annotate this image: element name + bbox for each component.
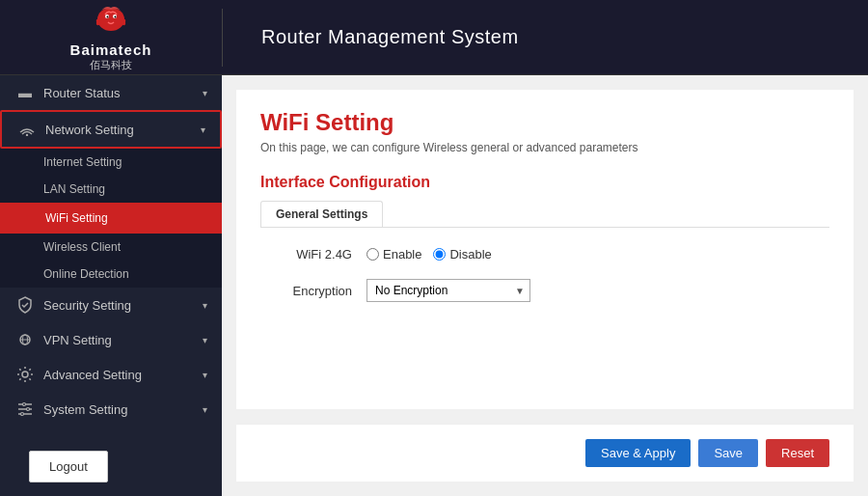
advanced-setting-icon (14, 367, 36, 382)
advanced-setting-label: Advanced Setting (43, 368, 203, 382)
main-layout: ▬ Router Status ▾ Network Setting ▾ Inte… (0, 75, 868, 496)
vpn-setting-arrow: ▾ (203, 335, 207, 345)
system-setting-label: System Setting (43, 402, 203, 417)
disable-label: Disable (449, 247, 491, 262)
save-button[interactable]: Save (698, 439, 758, 467)
security-setting-icon (14, 297, 36, 313)
logo-block: Baimatech 佰马科技 (70, 3, 152, 72)
disable-option[interactable]: Disable (433, 247, 491, 262)
wifi-label: WiFi 2.4G (270, 247, 366, 262)
bottom-buttons: Save & Apply Save Reset (236, 424, 854, 482)
svg-point-3 (107, 15, 109, 17)
sidebar-item-advanced-setting[interactable]: Advanced Setting ▾ (0, 357, 222, 392)
encryption-select-wrapper: No Encryption WPA WPA2 WEP ▼ (366, 279, 530, 302)
sidebar-item-system-setting[interactable]: System Setting ▾ (0, 392, 222, 427)
svg-point-15 (27, 408, 30, 411)
svg-point-5 (26, 134, 28, 136)
internet-setting-item[interactable]: Internet Setting (0, 149, 222, 176)
save-apply-button[interactable]: Save & Apply (585, 439, 691, 467)
logo-area: Baimatech 佰马科技 (0, 0, 222, 82)
reset-button[interactable]: Reset (766, 439, 829, 467)
wifi-form-row: WiFi 2.4G Enable Disable (260, 247, 829, 262)
logout-button[interactable]: Logout (29, 451, 108, 482)
page-desc: On this page, we can configure Wireless … (260, 141, 829, 154)
lan-setting-item[interactable]: LAN Setting (0, 176, 222, 203)
network-setting-icon (16, 122, 38, 137)
network-setting-arrow: ▾ (201, 124, 205, 135)
header-title: Router Management System (223, 26, 519, 48)
disable-radio[interactable] (433, 248, 446, 261)
system-setting-arrow: ▾ (203, 404, 207, 415)
sidebar-item-router-status[interactable]: ▬ Router Status ▾ (0, 75, 222, 110)
router-status-icon: ▬ (14, 85, 36, 100)
svg-point-0 (97, 8, 124, 31)
system-setting-icon (14, 401, 36, 417)
svg-point-4 (115, 15, 117, 17)
enable-radio[interactable] (366, 248, 379, 261)
network-setting-submenu: Internet Setting LAN Setting WiFi Settin… (0, 149, 222, 288)
logout-area: Logout (0, 427, 222, 496)
encryption-select[interactable]: No Encryption WPA WPA2 WEP (366, 279, 530, 302)
svg-point-9 (22, 372, 28, 377)
tabs-bar: General Settings (260, 201, 829, 228)
sidebar: ▬ Router Status ▾ Network Setting ▾ Inte… (0, 75, 222, 496)
content-inner: WiFi Setting On this page, we can config… (236, 90, 854, 409)
sidebar-item-security-setting[interactable]: Security Setting ▾ (0, 288, 222, 322)
section-title: Interface Configuration (260, 174, 829, 191)
logo-chinese: 佰马科技 (70, 58, 152, 72)
vpn-setting-icon (14, 332, 36, 347)
enable-label: Enable (383, 247, 421, 262)
enable-option[interactable]: Enable (366, 247, 421, 262)
wifi-setting-item[interactable]: WiFi Setting (0, 203, 222, 234)
encryption-label: Encryption (270, 284, 366, 298)
wireless-client-item[interactable]: Wireless Client (0, 234, 222, 261)
router-status-arrow: ▾ (203, 88, 207, 98)
security-setting-arrow: ▾ (203, 300, 207, 311)
page-title: WiFi Setting (260, 109, 829, 136)
vpn-setting-label: VPN Setting (43, 333, 203, 347)
network-setting-label: Network Setting (45, 123, 201, 137)
security-setting-label: Security Setting (43, 298, 203, 313)
tab-general-settings[interactable]: General Settings (260, 201, 383, 227)
wifi-radio-group: Enable Disable (366, 247, 492, 262)
dragon-icon (92, 3, 130, 37)
content-area: WiFi Setting On this page, we can config… (222, 75, 868, 496)
advanced-setting-arrow: ▾ (203, 370, 207, 380)
online-detection-item[interactable]: Online Detection (0, 261, 222, 288)
svg-point-18 (21, 413, 24, 416)
router-status-label: Router Status (43, 86, 203, 100)
sidebar-item-network-setting[interactable]: Network Setting ▾ (0, 110, 222, 149)
logo-name: Baimatech (70, 41, 152, 58)
header: Baimatech 佰马科技 Router Management System (0, 0, 868, 75)
encryption-form-row: Encryption No Encryption WPA WPA2 WEP ▼ (260, 279, 829, 302)
sidebar-item-vpn-setting[interactable]: VPN Setting ▾ (0, 322, 222, 357)
svg-point-12 (23, 403, 26, 406)
